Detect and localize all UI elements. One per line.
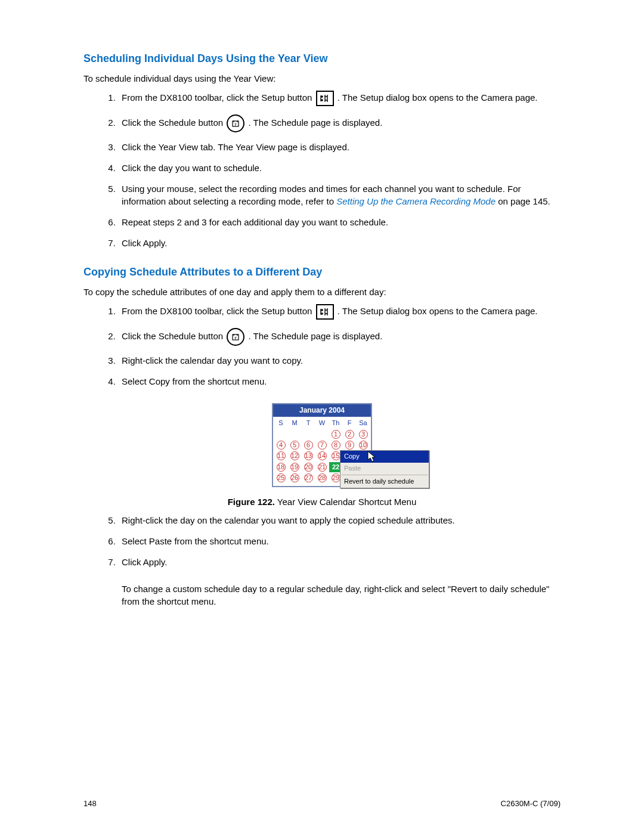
calendar-title: January 2004	[273, 404, 371, 417]
calendar-day-header: M	[288, 418, 301, 428]
steps-2a: From the DX8100 toolbar, click the Setup…	[83, 304, 561, 388]
step-2-3: Right-click the calendar day you want to…	[118, 354, 561, 367]
calendar-day[interactable]: 7	[315, 440, 329, 450]
step-1-1: From the DX8100 toolbar, click the Setup…	[118, 91, 561, 106]
calendar-day[interactable]: 28	[315, 473, 329, 483]
calendar-day[interactable]: 4	[274, 440, 287, 450]
step-text: From the DX8100 toolbar, click the Setup…	[122, 92, 315, 103]
step-2-4: Select Copy from the shortcut menu.	[118, 375, 561, 388]
step-2-7: Click Apply. To change a custom schedule…	[118, 556, 561, 608]
step-text: on page 145.	[498, 196, 550, 206]
calendar-day[interactable]: 11	[274, 451, 287, 461]
step-1-6: Repeat steps 2 and 3 for each additional…	[118, 216, 561, 228]
calendar-day[interactable]: 21	[315, 462, 329, 472]
mouse-cursor-icon	[367, 451, 377, 466]
steps-2b: Right-click the day on the calendar you …	[83, 514, 561, 608]
calendar-day[interactable]: 18	[274, 462, 287, 472]
page-footer: 148 C2630M-C (7/09)	[83, 798, 561, 809]
calendar-day[interactable]: 14	[315, 451, 329, 461]
calendar-day[interactable]: 12	[288, 451, 301, 461]
calendar-day-header: Sa	[357, 418, 370, 428]
schedule-button-icon: 7	[227, 114, 244, 132]
context-menu: Copy Paste Revert to daily schedule	[340, 450, 429, 488]
page-number: 148	[83, 798, 97, 809]
doc-id: C2630M-C (7/09)	[501, 798, 561, 809]
calendar-day-header: S	[274, 418, 287, 428]
step-2-5: Right-click the day on the calendar you …	[118, 514, 561, 527]
step-note: To change a custom schedule day to a reg…	[122, 584, 549, 606]
step-2-6: Select Paste from the shortcut menu.	[118, 535, 561, 547]
calendar-day[interactable]: 13	[302, 451, 315, 461]
link-recording-mode[interactable]: Setting Up the Camera Recording Mode	[336, 196, 496, 206]
intro-1: To schedule individual days using the Ye…	[83, 72, 561, 85]
heading-schedule-year-view: Scheduling Individual Days Using the Yea…	[83, 51, 561, 66]
step-1-3: Click the Year View tab. The Year View p…	[118, 141, 561, 153]
calendar-day[interactable]: 1	[329, 429, 342, 439]
step-text: Click the Schedule button	[122, 331, 225, 341]
calendar-day[interactable]: 3	[357, 429, 370, 439]
step-text: . The Setup dialog box opens to the Came…	[338, 92, 538, 103]
calendar-day[interactable]: 6	[302, 440, 315, 450]
calendar-day-header: Th	[329, 418, 342, 428]
calendar-day[interactable]: 8	[329, 440, 342, 450]
calendar-day[interactable]: 27	[302, 473, 315, 483]
step-text: . The Setup dialog box opens to the Came…	[338, 306, 538, 316]
step-2-2: Click the Schedule button 7 . The Schedu…	[118, 328, 561, 346]
svg-text:7: 7	[235, 336, 237, 340]
schedule-button-icon: 7	[227, 328, 244, 346]
calendar-day[interactable]: 26	[288, 473, 301, 483]
menu-separator	[342, 475, 428, 475]
calendar-day[interactable]: 25	[274, 473, 287, 483]
figure-label: Figure 122.	[228, 497, 275, 507]
step-1-2: Click the Schedule button 7 . The Schedu…	[118, 114, 561, 132]
calendar-day	[302, 429, 315, 439]
step-text: . The Schedule page is displayed.	[248, 117, 382, 128]
heading-copy-schedule: Copying Schedule Attributes to a Differe…	[83, 265, 561, 280]
step-text: . The Schedule page is displayed.	[248, 331, 382, 341]
calendar-day-header: W	[315, 418, 329, 428]
calendar-day[interactable]: 2	[343, 429, 356, 439]
calendar-day[interactable]: 9	[343, 440, 356, 450]
step-text: Click the Schedule button	[122, 117, 225, 128]
figure-caption-text: Year View Calendar Shortcut Menu	[277, 497, 416, 507]
figure-caption: Figure 122. Year View Calendar Shortcut …	[83, 496, 561, 508]
calendar-day[interactable]: 19	[288, 462, 301, 472]
calendar-day	[288, 429, 301, 439]
menu-item-paste[interactable]: Paste	[340, 463, 429, 474]
calendar-day-header: T	[302, 418, 315, 428]
step-text: From the DX8100 toolbar, click the Setup…	[122, 306, 315, 316]
intro-2: To copy the schedule attributes of one d…	[83, 286, 561, 298]
step-2-1: From the DX8100 toolbar, click the Setup…	[118, 304, 561, 320]
calendar-day[interactable]: 5	[288, 440, 301, 450]
step-1-4: Click the day you want to schedule.	[118, 162, 561, 174]
step-1-5: Using your mouse, select the recording m…	[118, 182, 561, 208]
menu-item-copy[interactable]: Copy	[340, 451, 429, 462]
setup-button-icon	[316, 91, 334, 106]
step-text: Click Apply.	[122, 557, 167, 567]
calendar-day	[315, 429, 329, 439]
steps-1: From the DX8100 toolbar, click the Setup…	[83, 91, 561, 249]
step-1-7: Click Apply.	[118, 237, 561, 249]
setup-button-icon	[316, 304, 334, 320]
figure-122: January 2004 SMTWThFSa123456789101112131…	[83, 403, 561, 507]
menu-item-revert[interactable]: Revert to daily schedule	[340, 476, 429, 487]
calendar-day	[274, 429, 287, 439]
calendar-day-header: F	[343, 418, 356, 428]
calendar-day[interactable]: 20	[302, 462, 315, 472]
svg-text:7: 7	[235, 123, 237, 126]
calendar-day[interactable]: 10	[357, 440, 370, 450]
